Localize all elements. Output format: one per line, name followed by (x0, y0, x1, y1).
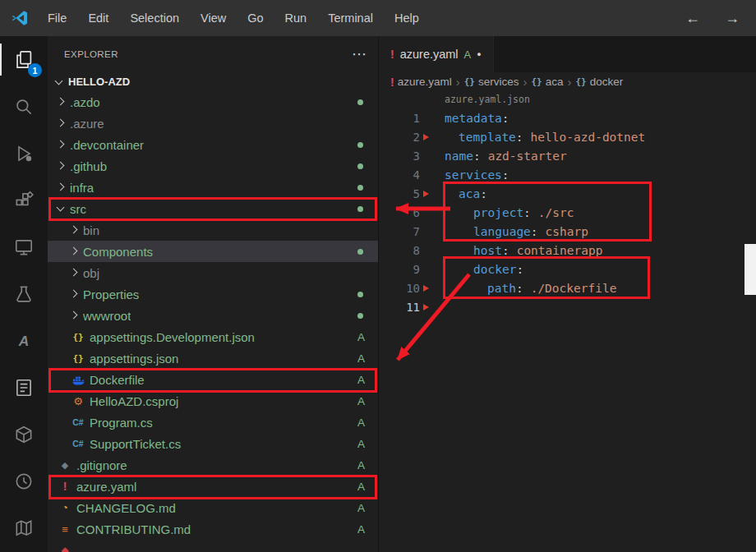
clock-icon (13, 471, 35, 492)
tree-item-bin[interactable]: bin (48, 219, 378, 241)
azure-icon: A (13, 330, 35, 352)
tree-item-wwwroot[interactable]: wwwroot (48, 305, 378, 326)
menu-selection[interactable]: Selection (119, 7, 190, 29)
docker-whale-icon (71, 374, 85, 386)
line-number: 7 (379, 225, 420, 238)
breadcrumb-separator: › (568, 75, 572, 89)
beaker-icon (13, 283, 35, 305)
tree-item-azure-yaml[interactable]: ! azure.yaml A (48, 476, 378, 497)
json-icon: {} (71, 353, 85, 364)
activity-infrastructure[interactable] (0, 504, 48, 551)
folder-root-hello-azd[interactable]: HELLO-AZD (48, 72, 378, 91)
breadcrumb-docker[interactable]: {} docker (576, 76, 624, 88)
editor-content[interactable]: azure.yaml.json 1 metadata: 2 template:h… (379, 90, 756, 552)
tree-item-azure-folder[interactable]: .azure (48, 113, 378, 134)
line-number: 6 (379, 206, 420, 219)
chevron-right-icon (67, 288, 81, 301)
file-tree: .azdo .azure .devcontainer .github infra… (48, 91, 378, 552)
line-number: 4 (379, 168, 420, 182)
tree-item-contributing-md[interactable]: ≡ CONTRIBUTING.md A (48, 518, 378, 540)
git-added-badge: A (464, 48, 472, 61)
git-change-dot (357, 99, 363, 105)
schema-hint[interactable]: azure.yaml.json (379, 90, 756, 108)
menu-run[interactable]: Run (274, 7, 318, 29)
code-line: 5 aca: (379, 184, 756, 203)
tree-item-infra[interactable]: infra (48, 177, 378, 198)
tree-item-appsettings-json[interactable]: {} appsettings.json A (48, 347, 378, 369)
git-change-dot (357, 185, 363, 191)
json-icon: {} (71, 332, 85, 343)
chevron-right-icon (54, 117, 67, 130)
editor-scrollbar[interactable] (744, 244, 756, 295)
map-icon (13, 518, 35, 539)
tree-item-src[interactable]: src (48, 198, 378, 219)
code-line-current: 11 (379, 297, 756, 316)
tree-item-program-cs[interactable]: C# Program.cs A (48, 412, 378, 433)
svg-text:A: A (18, 332, 30, 348)
tree-item-components[interactable]: Components (48, 241, 378, 262)
tree-item-github[interactable]: .github (48, 155, 378, 177)
chevron-right-icon (54, 159, 67, 172)
activity-run-debug[interactable] (0, 130, 48, 177)
activity-extensions[interactable] (0, 177, 48, 223)
tree-item-devcontainer[interactable]: .devcontainer (48, 134, 378, 155)
code-line: 6 project:./src (379, 203, 756, 222)
breadcrumb-aca[interactable]: {} aca (531, 76, 563, 88)
modified-dot-icon[interactable]: ● (477, 50, 481, 58)
menu-file[interactable]: File (37, 7, 77, 29)
activity-containers[interactable] (0, 411, 48, 458)
csharp-icon: C# (71, 439, 85, 448)
chevron-right-icon (54, 138, 67, 151)
activity-report[interactable] (0, 364, 48, 411)
breadcrumb-separator: › (456, 75, 460, 89)
breadcrumb-services[interactable]: {} services (464, 76, 519, 88)
chevron-right-icon (67, 245, 81, 258)
back-button[interactable]: ← (685, 10, 700, 27)
ribbon-icon: ◆ (58, 545, 72, 552)
activity-azure[interactable]: A (0, 317, 48, 364)
more-actions-icon[interactable]: ⋯ (352, 50, 366, 58)
object-symbol-icon: {} (576, 76, 587, 87)
breadcrumb-separator: › (523, 75, 527, 89)
remote-explorer-icon (13, 237, 35, 258)
object-symbol-icon: {} (531, 76, 542, 87)
tree-item-partial[interactable]: ◆ (48, 540, 378, 552)
code-line: 3 name:azd-starter (379, 146, 756, 165)
menu-go[interactable]: Go (237, 7, 274, 29)
tree-item-changelog-md[interactable]: ◔ CHANGELOG.md A (48, 497, 378, 518)
breadcrumb-file[interactable]: ! azure.yaml (390, 76, 452, 89)
tree-item-gitignore[interactable]: ◆ .gitignore A (48, 454, 378, 476)
code-line: 8 host:containerapp (379, 241, 756, 260)
menu-view[interactable]: View (190, 7, 237, 29)
title-bar: File Edit Selection View Go Run Terminal… (0, 0, 756, 36)
tree-item-properties[interactable]: Properties (48, 283, 378, 305)
tree-item-appsettings-development-json[interactable]: {} appsettings.Development.json A (48, 326, 378, 347)
git-change-dot (357, 206, 363, 212)
activity-remote-explorer[interactable] (0, 223, 48, 270)
explorer-sidebar: EXPLORER ⋯ HELLO-AZD .azdo .azure .devco… (48, 36, 378, 552)
red-line-marker (420, 304, 431, 310)
menu-terminal[interactable]: Terminal (317, 7, 384, 29)
menu-edit[interactable]: Edit (77, 7, 119, 29)
tree-item-obj[interactable]: obj (48, 262, 378, 283)
chevron-right-icon (54, 95, 67, 108)
vscode-logo-icon (11, 9, 29, 27)
editor-group: ! azure.yaml A ● ! azure.yaml › {} servi… (378, 36, 756, 552)
chevron-down-icon (53, 76, 66, 89)
activity-testing[interactable] (0, 270, 48, 317)
tab-azure-yaml[interactable]: ! azure.yaml A ● (379, 36, 494, 72)
chevron-down-icon (54, 202, 67, 215)
search-icon (13, 96, 35, 117)
tree-item-azdo[interactable]: .azdo (48, 91, 378, 113)
tree-item-supportticket-cs[interactable]: C# SupportTicket.cs A (48, 433, 378, 454)
forward-button[interactable]: → (725, 10, 740, 27)
yaml-warning-icon: ! (390, 76, 394, 89)
activity-history[interactable] (0, 458, 48, 504)
activity-search[interactable] (0, 83, 48, 130)
menu-help[interactable]: Help (384, 7, 430, 29)
csharp-icon: C# (71, 417, 85, 427)
activity-explorer[interactable]: 1 (0, 36, 48, 83)
tree-item-helloazd-csproj[interactable]: ⚙ HelloAZD.csproj A (48, 390, 378, 412)
git-icon: ◆ (58, 460, 72, 471)
tree-item-dockerfile[interactable]: Dockerfile A (48, 369, 378, 390)
